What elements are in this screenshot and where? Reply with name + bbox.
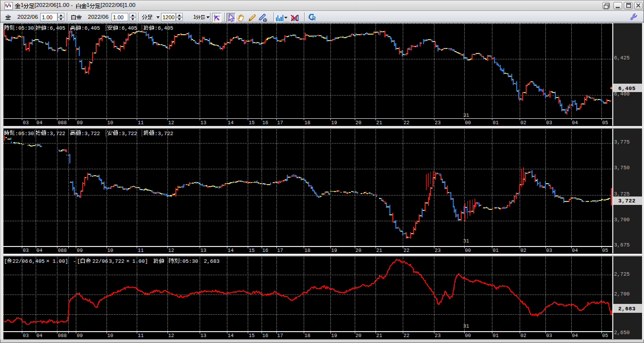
svg-text:31: 31 xyxy=(463,239,469,244)
svg-text::6,405: :6,405 xyxy=(118,25,137,31)
svg-text:22: 22 xyxy=(404,248,410,253)
svg-text:R: R xyxy=(312,16,316,21)
svg-text:2,725: 2,725 xyxy=(614,271,630,277)
svg-text::6,405: :6,405 xyxy=(47,25,65,31)
svg-text:04: 04 xyxy=(572,120,578,126)
svg-text:088: 088 xyxy=(58,248,67,253)
svg-text:31: 31 xyxy=(463,113,469,118)
svg-text:×: × xyxy=(126,258,130,264)
svg-text:19: 19 xyxy=(331,333,337,339)
svg-text:10: 10 xyxy=(107,333,113,339)
svg-text:18: 18 xyxy=(305,120,311,126)
svg-text::3,722: :3,722 xyxy=(47,131,65,137)
svg-text::05:30: :05:30 xyxy=(15,131,34,137)
svg-text:10: 10 xyxy=(107,248,113,253)
svg-text:21: 21 xyxy=(376,248,382,253)
svg-text:18: 18 xyxy=(305,333,311,339)
svg-text:05: 05 xyxy=(602,333,608,339)
svg-text:23: 23 xyxy=(435,120,441,126)
svg-text:17: 17 xyxy=(277,120,283,126)
svg-text:22: 22 xyxy=(404,120,410,126)
svg-text:03: 03 xyxy=(546,333,552,339)
svg-text:22: 22 xyxy=(404,333,410,339)
svg-text::3,722: :3,722 xyxy=(81,131,100,137)
svg-text:2,700: 2,700 xyxy=(614,291,630,297)
svg-text:00: 00 xyxy=(465,120,471,126)
svg-text:03: 03 xyxy=(546,248,552,253)
svg-text:09: 09 xyxy=(77,248,83,253)
svg-text:00: 00 xyxy=(465,333,471,339)
svg-text:3,675: 3,675 xyxy=(614,242,630,248)
svg-text:088: 088 xyxy=(58,120,67,126)
svg-text:11: 11 xyxy=(138,333,144,339)
svg-text:22/06: 22/06 xyxy=(93,258,108,264)
svg-text:15: 15 xyxy=(249,120,255,126)
svg-text:14: 14 xyxy=(228,120,234,126)
svg-text:3,775: 3,775 xyxy=(614,139,630,145)
svg-text:16: 16 xyxy=(263,120,268,126)
svg-text:6,425: 6,425 xyxy=(614,55,630,61)
svg-text:01: 01 xyxy=(493,333,499,339)
svg-text:[: [ xyxy=(4,258,7,264)
svg-text:20: 20 xyxy=(356,333,362,339)
svg-text:2,650: 2,650 xyxy=(614,330,630,336)
svg-text:04: 04 xyxy=(37,120,43,126)
svg-text:16: 16 xyxy=(263,248,268,253)
svg-text:01: 01 xyxy=(493,248,499,253)
svg-text:04: 04 xyxy=(572,248,578,253)
svg-text:3,725: 3,725 xyxy=(614,191,630,197)
svg-text:10: 10 xyxy=(107,120,113,126)
svg-text:14: 14 xyxy=(228,333,234,339)
svg-text:-: - xyxy=(73,258,76,264)
svg-text:19: 19 xyxy=(331,120,337,126)
svg-text:6,405: 6,405 xyxy=(29,258,45,264)
svg-text:12: 12 xyxy=(168,333,174,339)
svg-text:19: 19 xyxy=(331,248,337,253)
svg-text:1.00]: 1.00] xyxy=(132,258,148,264)
svg-text:20: 20 xyxy=(356,248,362,253)
svg-text:12: 12 xyxy=(168,120,174,126)
svg-text:13: 13 xyxy=(201,248,207,253)
svg-text::6,405: :6,405 xyxy=(155,25,173,31)
svg-text:03: 03 xyxy=(546,120,552,126)
svg-text::6,405: :6,405 xyxy=(81,25,100,31)
svg-text:05: 05 xyxy=(602,120,608,126)
svg-text:00: 00 xyxy=(465,248,471,253)
svg-text:17: 17 xyxy=(277,333,283,339)
svg-text:11: 11 xyxy=(138,120,144,126)
svg-text:23: 23 xyxy=(435,248,441,253)
svg-text:[: [ xyxy=(77,258,80,264)
svg-text:18: 18 xyxy=(305,248,311,253)
svg-text:3,722: 3,722 xyxy=(109,258,125,264)
svg-text:13: 13 xyxy=(201,333,207,339)
svg-text:20: 20 xyxy=(356,120,362,126)
svg-text:01: 01 xyxy=(493,120,499,126)
svg-text:04: 04 xyxy=(37,248,43,253)
svg-text:×: × xyxy=(46,258,50,264)
svg-text:3,700: 3,700 xyxy=(614,217,630,223)
svg-text:2,683: 2,683 xyxy=(204,258,220,264)
svg-text:02: 02 xyxy=(521,248,527,253)
svg-text:13: 13 xyxy=(201,120,207,126)
svg-text:15: 15 xyxy=(249,248,255,253)
svg-text:12: 12 xyxy=(168,248,174,253)
svg-text::3,722: :3,722 xyxy=(155,131,173,137)
svg-text:11: 11 xyxy=(138,248,144,253)
svg-text:3,722: 3,722 xyxy=(618,198,636,204)
svg-text:09: 09 xyxy=(77,120,83,126)
svg-text:04: 04 xyxy=(37,333,43,339)
svg-text:02: 02 xyxy=(521,333,527,339)
svg-text:15: 15 xyxy=(249,333,255,339)
svg-text:2,683: 2,683 xyxy=(618,306,636,312)
svg-text:03: 03 xyxy=(23,333,29,339)
svg-text:6,405: 6,405 xyxy=(618,86,636,92)
svg-text::3,722: :3,722 xyxy=(118,131,137,137)
svg-text:17: 17 xyxy=(277,248,283,253)
svg-text:05: 05 xyxy=(602,248,608,253)
svg-text:3,750: 3,750 xyxy=(614,165,630,171)
svg-text:09: 09 xyxy=(77,333,83,339)
svg-text:088: 088 xyxy=(58,333,67,339)
svg-text:21: 21 xyxy=(376,120,382,126)
svg-text:31: 31 xyxy=(463,324,469,329)
svg-text:22/06: 22/06 xyxy=(12,258,28,264)
